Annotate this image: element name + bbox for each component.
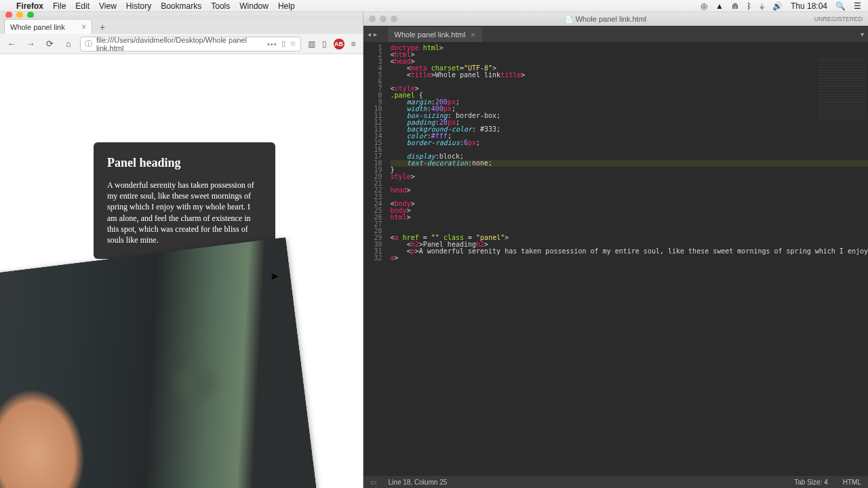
statusbar-icon[interactable]: ▭ (370, 479, 376, 486)
close-tab-icon[interactable]: × (471, 30, 475, 39)
mouse-cursor-icon: ➤ (270, 270, 279, 283)
close-tab-icon[interactable]: × (81, 22, 86, 32)
sublime-tabstrip: ◂ ▸ Whole panel link.html × ▾ (363, 26, 868, 42)
menu-bookmarks[interactable]: Bookmarks (161, 1, 201, 11)
firefox-window: Whole panel link × + ← → ⟳ ⌂ ⓘ file:///U… (0, 12, 363, 488)
close-button[interactable] (369, 16, 376, 22)
line-gutter: 1234567891011121314151617181920212223242… (363, 42, 387, 476)
code-editor[interactable]: doctype html><html><head> <meta charset=… (387, 42, 868, 476)
url-text: file:///Users/davidmellor/Desktop/Whole … (96, 36, 263, 52)
menu-view[interactable]: View (99, 1, 117, 11)
fold-right-icon[interactable]: ▸ (374, 30, 377, 38)
fullscreen-button[interactable] (391, 16, 397, 22)
window-title: Whole panel link.html (576, 15, 647, 23)
page-actions-icon[interactable]: ••• (267, 40, 277, 48)
fold-left-icon[interactable]: ◂ (368, 30, 371, 38)
editor-tab[interactable]: Whole panel link.html × (388, 27, 482, 42)
editor-tab-title: Whole panel link.html (395, 30, 466, 39)
status-tabsize[interactable]: Tab Size: 4 (794, 479, 827, 486)
mac-menubar: Firefox File Edit View History Bookmarks… (0, 0, 868, 12)
sublime-titlebar: 📄 Whole panel link.html UNREGISTERED (363, 12, 868, 26)
menubar-clock[interactable]: Thu 18:04 (791, 1, 827, 11)
sublime-statusbar: ▭ Line 18, Column 25 Tab Size: 4 HTML (363, 476, 868, 488)
tab-title: Whole panel link (10, 23, 65, 31)
library-icon[interactable]: ▥ (308, 39, 315, 49)
menu-tools[interactable]: Tools (211, 1, 230, 11)
menu-icon[interactable]: ☰ (854, 1, 861, 11)
status-icon[interactable]: ◎ (701, 1, 707, 11)
sidebar-icon[interactable]: ▯ (322, 39, 327, 49)
status-icon[interactable]: ▲ (715, 1, 724, 11)
menu-edit[interactable]: Edit (75, 1, 90, 11)
status-position[interactable]: Line 18, Column 25 (389, 479, 448, 486)
firefox-tabstrip: Whole panel link × + (0, 18, 363, 34)
bluetooth-icon[interactable]: ᛒ (747, 1, 751, 11)
unregistered-label: UNREGISTERED (814, 16, 863, 22)
minimap[interactable] (818, 58, 865, 119)
firefox-titlebar (0, 12, 363, 18)
firefox-toolbar: ← → ⟳ ⌂ ⓘ file:///Users/davidmellor/Desk… (0, 34, 363, 54)
hamburger-icon[interactable]: ≡ (351, 39, 356, 49)
bookmark-icon[interactable]: ☆ (290, 39, 296, 48)
document-icon: 📄 (565, 16, 573, 23)
menubar-app[interactable]: Firefox (16, 1, 43, 11)
site-info-icon[interactable]: ⓘ (85, 39, 92, 49)
status-icon[interactable]: ⋒ (732, 1, 738, 11)
menu-file[interactable]: File (53, 1, 66, 11)
browser-tab[interactable]: Whole panel link × (4, 19, 92, 34)
reload-button[interactable]: ⟳ (42, 37, 57, 52)
forward-button[interactable]: → (23, 37, 38, 52)
spotlight-icon[interactable]: 🔍 (835, 1, 846, 11)
editor-body: 1234567891011121314151617181920212223242… (363, 42, 868, 476)
url-bar[interactable]: ⓘ file:///Users/davidmellor/Desktop/Whol… (80, 37, 301, 52)
tabs-dropdown-icon[interactable]: ▾ (856, 30, 868, 38)
reader-icon[interactable]: ▯ (281, 39, 285, 48)
minimize-button[interactable] (380, 16, 387, 22)
panel-heading: Panel heading (107, 156, 262, 170)
volume-icon[interactable]: 🔊 (772, 1, 783, 11)
menu-history[interactable]: History (126, 1, 151, 11)
menu-help[interactable]: Help (278, 1, 295, 11)
home-button[interactable]: ⌂ (61, 37, 76, 52)
menu-window[interactable]: Window (239, 1, 269, 11)
new-tab-button[interactable]: + (95, 20, 110, 34)
wifi-icon[interactable]: ⏚ (760, 1, 764, 11)
adblock-icon[interactable]: AB (334, 39, 344, 49)
status-syntax[interactable]: HTML (843, 479, 861, 486)
page-content: Panel heading A wonderful serenity has t… (0, 54, 363, 488)
back-button[interactable]: ← (4, 37, 19, 52)
panel-body: A wonderful serenity has taken possessio… (107, 180, 262, 245)
sublime-window: 📄 Whole panel link.html UNREGISTERED ◂ ▸… (363, 12, 868, 488)
